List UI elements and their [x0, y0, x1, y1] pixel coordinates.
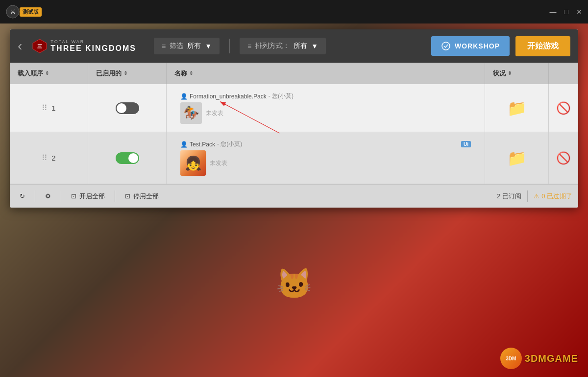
mod-status-1: 未发表 [206, 109, 223, 118]
logo-icon: 三 [32, 38, 48, 54]
th-actions [549, 63, 578, 84]
mod-author-2: 👤 Test.Pack - 您(小莫) Ui [180, 140, 471, 148]
toggle-thumb-1 [117, 103, 126, 113]
start-game-button[interactable]: 开始游戏 [515, 36, 570, 56]
th-enabled-label: 已启用的 [96, 69, 122, 78]
svg-text:🏇: 🏇 [183, 105, 199, 120]
bottom-bar: ↻ ⚙ ⊡ 开启全部 ⊡ 停用全部 2 已订阅 ⚠ 0 已过期了 [10, 184, 578, 208]
status-info: 2 已订阅 ⚠ 0 已过期了 [497, 190, 572, 202]
mod-status-2: 未发表 [210, 159, 227, 167]
game-icon: ⚔ [6, 5, 20, 19]
th-name[interactable]: 名称 ⇕ [167, 63, 485, 84]
table-row: ⠿ 1 👤 Formation_unbreakable.Pack - 您(小莫) [10, 84, 578, 132]
toggle-2[interactable] [116, 152, 139, 164]
sort-name-icon: ⇕ [189, 71, 193, 76]
minimize-button[interactable]: — [550, 8, 557, 16]
td-toggle-2 [88, 132, 167, 184]
bar-sep-4 [527, 190, 528, 202]
window-controls: — □ ✕ [550, 8, 582, 16]
watermark: 3DM 3DMGAME [500, 348, 578, 369]
mod-info-1: 👤 Formation_unbreakable.Pack - 您(小莫) 🏇 未… [174, 88, 477, 128]
total-war-label: TOTAL WAR [50, 39, 136, 44]
mod-author-1: 👤 Formation_unbreakable.Pack - 您(小莫) [180, 92, 471, 100]
enable-all-label: 开启全部 [79, 192, 105, 201]
bar-sep-1 [35, 190, 35, 202]
toggle-thumb-2 [128, 153, 138, 163]
sort-dropdown[interactable]: 所有 ▼ [294, 42, 318, 50]
filter-section: ≡ 筛选 所有 ▼ [154, 38, 220, 54]
warning-icon: ⚠ [534, 192, 539, 200]
back-button[interactable]: ‹ [18, 38, 22, 54]
filter-arrow: ▼ [205, 42, 212, 50]
sort-arrow: ▼ [311, 42, 318, 50]
mod-file-2: Test.Pack [190, 141, 215, 148]
mod-info-2: 👤 Test.Pack - 您(小莫) Ui 👧 未发表 [174, 136, 477, 180]
enable-all-button[interactable]: ⊡ 开启全部 [67, 190, 109, 203]
th-load-order[interactable]: 载入顺序 ⇕ [10, 63, 88, 84]
td-order-1: ⠿ 1 [10, 84, 88, 132]
workshop-button[interactable]: WORKSHOP [431, 36, 510, 56]
enable-all-icon: ⊡ [71, 192, 76, 200]
td-action-1: 🚫 [549, 84, 578, 132]
toggle-1[interactable] [116, 102, 139, 114]
filter-value: 所有 [187, 42, 201, 50]
ui-badge: Ui [461, 141, 471, 147]
mod-thumbnail-2: 👧 [180, 150, 206, 176]
svg-point-4 [442, 42, 450, 50]
mod-content-2: 👧 未发表 [180, 150, 471, 176]
author-icon-1: 👤 [180, 93, 188, 100]
settings-button[interactable]: ⚙ [41, 190, 55, 202]
expired-badge: ⚠ 0 已过期了 [534, 192, 572, 201]
beta-badge: 测试版 [20, 7, 42, 17]
td-status-2: 📁 [485, 132, 549, 184]
drag-handle-2[interactable]: ⠿ [42, 153, 48, 163]
sort-value: 所有 [294, 42, 307, 50]
title-bar: ⚔ 测试版 — □ ✕ [0, 0, 588, 24]
subscribed-count: 2 已订阅 [497, 192, 521, 201]
disable-all-label: 停用全部 [133, 192, 159, 201]
sort-section: ≡ 排列方式： 所有 ▼ [240, 38, 326, 54]
td-action-2: 🚫 [549, 132, 578, 184]
watermark-logo-text: 3DM [506, 356, 516, 361]
logo-text: TOTAL WAR THREE KINGDOMS [50, 39, 136, 53]
close-button[interactable]: ✕ [576, 8, 582, 16]
filter-dropdown[interactable]: 所有 ▼ [187, 42, 212, 50]
folder-icon-2: 📁 [507, 149, 527, 167]
filter-icon: ≡ [162, 42, 166, 50]
th-name-label: 名称 [174, 69, 187, 78]
th-status-label: 状况 [493, 69, 506, 78]
main-panel: ‹ 三 TOTAL WAR THREE KINGDOMS ≡ 筛选 所有 ▼ ≡ [10, 29, 578, 208]
block-icon-2: 🚫 [556, 151, 571, 165]
filter-label: 筛选 [170, 42, 183, 50]
mod-icon-1: 🏇 [180, 102, 202, 124]
th-enabled[interactable]: 已启用的 ⇕ [88, 63, 167, 84]
row-num-1: 1 [51, 104, 55, 112]
drag-handle-1[interactable]: ⠿ [42, 103, 48, 113]
settings-icon: ⚙ [45, 192, 51, 200]
maximize-button[interactable]: □ [564, 8, 568, 16]
td-name-2: 👤 Test.Pack - 您(小莫) Ui 👧 未发表 [167, 132, 485, 184]
refresh-button[interactable]: ↻ [16, 190, 29, 202]
sort-label: 排列方式： [255, 42, 290, 50]
author-name-1: - 您(小莫) [269, 92, 294, 100]
bar-sep-2 [61, 190, 61, 202]
mod-content-1: 🏇 未发表 [180, 102, 471, 124]
author-name-2: - 您(小莫) [217, 140, 242, 148]
nav-separator [229, 39, 230, 53]
workshop-icon [441, 41, 451, 51]
watermark-text: 3DMGAME [525, 353, 578, 364]
three-kingdoms-label: THREE KINGDOMS [50, 44, 136, 53]
bar-sep-3 [115, 190, 115, 202]
table-row: ⠿ 2 👤 Test.Pack - 您(小莫) Ui 👧 未 [10, 132, 578, 184]
author-icon-2: 👤 [180, 141, 188, 148]
th-load-order-label: 载入顺序 [18, 69, 43, 78]
disable-all-icon: ⊡ [125, 192, 130, 200]
disable-all-button[interactable]: ⊡ 停用全部 [121, 190, 163, 203]
nav-bar: ‹ 三 TOTAL WAR THREE KINGDOMS ≡ 筛选 所有 ▼ ≡ [10, 29, 578, 63]
svg-text:三: 三 [37, 44, 42, 49]
sort-enabled-icon: ⇕ [123, 71, 127, 76]
row-num-2: 2 [51, 154, 55, 162]
table-header: 载入顺序 ⇕ 已启用的 ⇕ 名称 ⇕ 状况 ⇕ [10, 63, 578, 84]
td-status-1: 📁 [485, 84, 549, 132]
th-status[interactable]: 状况 ⇕ [485, 63, 549, 84]
